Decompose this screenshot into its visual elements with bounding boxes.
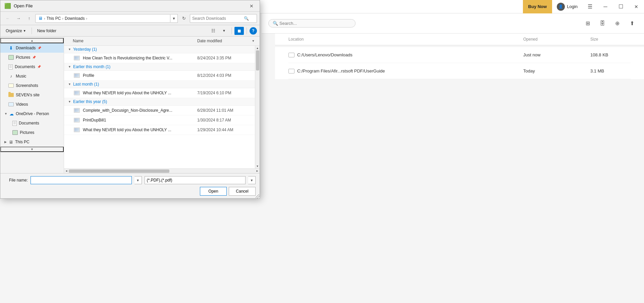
file-thumb-3-1 (73, 117, 80, 123)
file-thumb-2-0 (73, 90, 80, 96)
sidebar-item-onedrive-documents[interactable]: Documents (0, 118, 64, 128)
filename-input[interactable] (31, 176, 132, 184)
sidebar-item-thispc[interactable]: ▶ 🖥 This PC (0, 137, 64, 147)
login-button[interactable]: 👤 Login (552, 0, 582, 13)
sidebar-documents-label: Documents (15, 64, 35, 69)
scroll-thumb[interactable] (256, 50, 259, 70)
sidebar-item-onedrive[interactable]: ▼ ☁ OneDrive - Person (0, 109, 64, 118)
group-yesterday-arrow: ▼ (68, 48, 71, 51)
refresh-button[interactable]: ↻ (179, 14, 189, 23)
new-folder-button[interactable]: New folder (35, 27, 59, 35)
bg-file-row-2[interactable]: C:/Program Files/Afir...rstsoft PDF/User… (288, 63, 631, 79)
dialog-bottom: File name: ▼ (*.PDF),(*.pdf) ▼ Open Canc… (0, 173, 260, 198)
dialog-main-header: Name Date modified ▼ (64, 37, 260, 46)
sidebar-scroll-down-button[interactable]: ▼ (0, 147, 64, 152)
file-row-3-2[interactable]: What they NEVER told you About the UNHOL… (64, 125, 255, 135)
group-last-month[interactable]: ▼ Last month (1) (64, 81, 255, 88)
sidebar-item-videos[interactable]: Videos (0, 100, 64, 109)
sidebar-item-sevens-site[interactable]: SEVEN's site (0, 90, 64, 100)
scroll-track[interactable] (255, 50, 260, 164)
bg-toolbar: 🔍 ⊞ 🗄 ⊕ ⬆ (262, 13, 644, 34)
filetype-dropdown-button[interactable]: ▼ (248, 176, 256, 184)
file-thumbnail-1-0 (74, 73, 80, 78)
resize-handle[interactable] (256, 194, 260, 198)
organize-button[interactable]: Organize ▼ (3, 27, 29, 35)
bg-file-row-1[interactable]: C:/Users/Lenovo/Downloads Just now 108.8… (288, 47, 631, 63)
sidebar-downloads-label: Downloads (16, 46, 36, 50)
bg-search-input[interactable] (279, 21, 346, 26)
archive-button[interactable]: 🗄 (597, 18, 608, 29)
open-button[interactable]: Open (200, 187, 227, 196)
bg-col-size: Size (590, 37, 631, 42)
upload-button[interactable]: ⬆ (627, 18, 637, 29)
hscroll-thumb[interactable] (69, 169, 169, 173)
scroll-right-button[interactable]: ► (255, 169, 260, 173)
nav-back-button[interactable]: ← (3, 14, 12, 23)
nav-forward-button[interactable]: → (14, 14, 23, 23)
file-row-3-0[interactable]: Complete_with_Docusign_Non-Disclosure_Ag… (64, 106, 255, 115)
hamburger-menu-button[interactable]: ☰ (582, 0, 598, 13)
sidebar-sevens-site-label: SEVEN's site (16, 93, 40, 97)
music-icon: ♪ (8, 74, 14, 79)
file-row-3-1[interactable]: PrintDupBill1 1/30/2024 8:17 AM (64, 115, 255, 125)
group-earlier-month[interactable]: ▼ Earlier this month (1) (64, 63, 255, 71)
bg-col-opened: Opened (523, 37, 590, 42)
col-date-header: Date modified (197, 39, 251, 43)
help-button[interactable]: ? (250, 27, 257, 35)
file-thumbnail-0-0 (74, 56, 80, 60)
file-row-2-0[interactable]: What they NEVER told you About the UNHOL… (64, 88, 255, 98)
detail-view-button[interactable]: ◼ (234, 27, 244, 35)
dialog-close-button[interactable]: ✕ (248, 2, 256, 10)
file-row-1-0[interactable]: Profile 8/12/2024 4:03 PM (64, 71, 255, 81)
sidebar-item-pictures[interactable]: Pictures 📌 (0, 53, 64, 62)
pictures-icon (8, 55, 14, 60)
cancel-button[interactable]: Cancel (229, 187, 256, 196)
grid-view-button[interactable]: ⊞ (582, 18, 593, 29)
downloads-icon: ⬇ (8, 45, 14, 51)
sidebar-onedrive-label: OneDrive - Person (16, 111, 49, 116)
address-dropdown-button[interactable]: ▼ (170, 14, 178, 23)
scroll-up-button[interactable]: ▲ (255, 46, 260, 50)
file-thumbnail-3-1 (74, 118, 80, 122)
nav-up-button[interactable]: ↑ (24, 14, 34, 23)
col-name-header: Name (73, 39, 197, 43)
hscroll-track[interactable] (69, 169, 255, 173)
sidebar-item-screenshots[interactable]: Screenshots (0, 81, 64, 90)
sidebar-onedrive-pictures-label: Pictures (20, 130, 34, 135)
addr-arrow-2: › (62, 16, 63, 20)
hide-pane-button[interactable]: ▼ (251, 39, 256, 43)
toolbar-separator-3 (247, 28, 247, 34)
address-path[interactable]: 🖥 › This PC › Downloads › (35, 14, 170, 23)
sidebar-item-documents[interactable]: Documents 📌 (0, 62, 64, 71)
address-search-input[interactable] (192, 16, 243, 21)
scroll-down-button[interactable]: ▼ (255, 164, 260, 168)
sidebar-item-music[interactable]: ♪ Music (0, 71, 64, 81)
dialog-body: ▲ ⬇ Downloads 📌 Pictures 📌 Documents 📌 (0, 37, 260, 173)
file-thumb-3-2 (73, 127, 80, 133)
close-button[interactable]: ✕ (629, 0, 644, 13)
minimize-button[interactable]: ─ (598, 0, 613, 13)
group-last-month-arrow: ▼ (68, 83, 71, 86)
organize-label: Organize (6, 29, 22, 33)
bg-file-rows: C:/Users/Lenovo/Downloads Just now 108.8… (275, 47, 644, 79)
filename-dropdown-button[interactable]: ▼ (135, 176, 142, 184)
list-view-button[interactable]: ☷ (209, 27, 218, 35)
add-button[interactable]: ⊕ (612, 18, 623, 29)
documents-icon (8, 64, 13, 69)
sidebar-item-downloads[interactable]: ⬇ Downloads 📌 (0, 43, 64, 53)
sidebar-scroll-up-button[interactable]: ▲ (0, 38, 64, 43)
bg-search-box: 🔍 (268, 19, 356, 28)
buy-now-button[interactable]: Buy Now (523, 0, 552, 13)
maximize-button[interactable]: ☐ (613, 0, 629, 13)
group-yesterday[interactable]: ▼ Yesterday (1) (64, 46, 255, 53)
view-dropdown-button[interactable]: ▼ (219, 27, 229, 35)
group-earlier-year[interactable]: ▼ Earlier this year (5) (64, 98, 255, 106)
bg-toolbar-icons: ⊞ 🗄 ⊕ ⬆ (582, 18, 637, 29)
sidebar-item-onedrive-pictures[interactable]: Pictures (0, 128, 64, 137)
sidebar-screenshots-label: Screenshots (16, 83, 38, 88)
filetype-value: (*.PDF),(*.pdf) (147, 178, 172, 183)
file-row-0-0[interactable]: How Clean Tech is Revolutionizing the El… (64, 53, 255, 63)
scroll-left-button[interactable]: ◄ (64, 169, 69, 173)
bg-file-opened-1: Just now (523, 52, 590, 57)
pin-icon-pictures: 📌 (32, 56, 36, 59)
